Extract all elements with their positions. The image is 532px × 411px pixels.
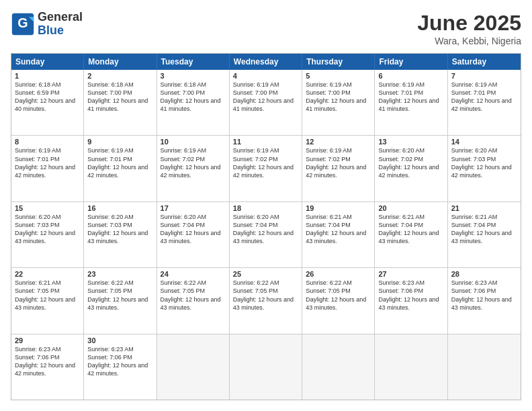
day-14: 14 Sunrise: 6:20 AMSunset: 7:03 PMDaylig…: [448, 136, 521, 201]
day-11: 11 Sunrise: 6:19 AMSunset: 7:02 PMDaylig…: [230, 136, 302, 201]
logo-blue: Blue: [38, 24, 64, 37]
day-empty-5: [448, 334, 521, 400]
header-wednesday: Wednesday: [230, 54, 302, 70]
calendar-header: Sunday Monday Tuesday Wednesday Thursday…: [11, 54, 521, 70]
logo-icon: G: [11, 12, 35, 36]
logo-general: General: [38, 10, 83, 24]
day-10: 10 Sunrise: 6:19 AMSunset: 7:02 PMDaylig…: [157, 136, 230, 201]
title-area: June 2025 Wara, Kebbi, Nigeria: [417, 11, 521, 46]
day-8: 8 Sunrise: 6:19 AMSunset: 7:01 PMDayligh…: [11, 136, 84, 201]
day-19: 19 Sunrise: 6:21 AMSunset: 7:04 PMDaylig…: [302, 202, 375, 267]
day-27: 27 Sunrise: 6:23 AMSunset: 7:06 PMDaylig…: [375, 268, 447, 333]
day-30: 30 Sunrise: 6:23 AMSunset: 7:06 PMDaylig…: [84, 334, 157, 400]
day-3: 3 Sunrise: 6:18 AMSunset: 7:00 PMDayligh…: [157, 70, 230, 135]
location: Wara, Kebbi, Nigeria: [417, 36, 521, 46]
month-title: June 2025: [417, 11, 521, 36]
week-row-2: 8 Sunrise: 6:19 AMSunset: 7:01 PMDayligh…: [11, 136, 521, 201]
day-7: 7 Sunrise: 6:19 AMSunset: 7:01 PMDayligh…: [448, 70, 521, 135]
day-17: 17 Sunrise: 6:20 AMSunset: 7:04 PMDaylig…: [157, 202, 230, 267]
day-9: 9 Sunrise: 6:19 AMSunset: 7:01 PMDayligh…: [84, 136, 157, 201]
day-1: 1 Sunrise: 6:18 AMSunset: 6:59 PMDayligh…: [11, 70, 84, 135]
header-monday: Monday: [84, 54, 157, 70]
day-16: 16 Sunrise: 6:20 AMSunset: 7:03 PMDaylig…: [84, 202, 157, 267]
calendar-body: 1 Sunrise: 6:18 AMSunset: 6:59 PMDayligh…: [11, 70, 521, 400]
calendar-page: G General Blue June 2025 Wara, Kebbi, Ni…: [0, 0, 532, 411]
day-2: 2 Sunrise: 6:18 AMSunset: 7:00 PMDayligh…: [84, 70, 157, 135]
day-empty-4: [375, 334, 447, 400]
day-22: 22 Sunrise: 6:21 AMSunset: 7:05 PMDaylig…: [11, 268, 84, 333]
svg-text:G: G: [17, 15, 28, 30]
day-4: 4 Sunrise: 6:19 AMSunset: 7:00 PMDayligh…: [230, 70, 302, 135]
day-23: 23 Sunrise: 6:22 AMSunset: 7:05 PMDaylig…: [84, 268, 157, 333]
day-21: 21 Sunrise: 6:21 AMSunset: 7:04 PMDaylig…: [448, 202, 521, 267]
header-friday: Friday: [375, 54, 447, 70]
week-row-3: 15 Sunrise: 6:20 AMSunset: 7:03 PMDaylig…: [11, 202, 521, 268]
header-tuesday: Tuesday: [157, 54, 230, 70]
day-29: 29 Sunrise: 6:23 AMSunset: 7:06 PMDaylig…: [11, 334, 84, 400]
header-sunday: Sunday: [11, 54, 84, 70]
calendar: Sunday Monday Tuesday Wednesday Thursday…: [11, 53, 521, 400]
day-28: 28 Sunrise: 6:23 AMSunset: 7:06 PMDaylig…: [448, 268, 521, 333]
header-saturday: Saturday: [448, 54, 521, 70]
week-row-5: 29 Sunrise: 6:23 AMSunset: 7:06 PMDaylig…: [11, 334, 521, 400]
header-thursday: Thursday: [302, 54, 375, 70]
day-empty-3: [302, 334, 375, 400]
week-row-1: 1 Sunrise: 6:18 AMSunset: 6:59 PMDayligh…: [11, 70, 521, 136]
logo: G General Blue: [11, 11, 83, 38]
day-25: 25 Sunrise: 6:22 AMSunset: 7:05 PMDaylig…: [230, 268, 302, 333]
week-row-4: 22 Sunrise: 6:21 AMSunset: 7:05 PMDaylig…: [11, 268, 521, 334]
day-5: 5 Sunrise: 6:19 AMSunset: 7:00 PMDayligh…: [302, 70, 375, 135]
day-13: 13 Sunrise: 6:20 AMSunset: 7:02 PMDaylig…: [375, 136, 447, 201]
day-6: 6 Sunrise: 6:19 AMSunset: 7:01 PMDayligh…: [375, 70, 447, 135]
day-15: 15 Sunrise: 6:20 AMSunset: 7:03 PMDaylig…: [11, 202, 84, 267]
day-26: 26 Sunrise: 6:22 AMSunset: 7:05 PMDaylig…: [302, 268, 375, 333]
day-empty-2: [230, 334, 302, 400]
day-18: 18 Sunrise: 6:20 AMSunset: 7:04 PMDaylig…: [230, 202, 302, 267]
day-20: 20 Sunrise: 6:21 AMSunset: 7:04 PMDaylig…: [375, 202, 447, 267]
header: G General Blue June 2025 Wara, Kebbi, Ni…: [11, 11, 521, 46]
day-24: 24 Sunrise: 6:22 AMSunset: 7:05 PMDaylig…: [157, 268, 230, 333]
day-12: 12 Sunrise: 6:19 AMSunset: 7:02 PMDaylig…: [302, 136, 375, 201]
day-empty-1: [157, 334, 230, 400]
